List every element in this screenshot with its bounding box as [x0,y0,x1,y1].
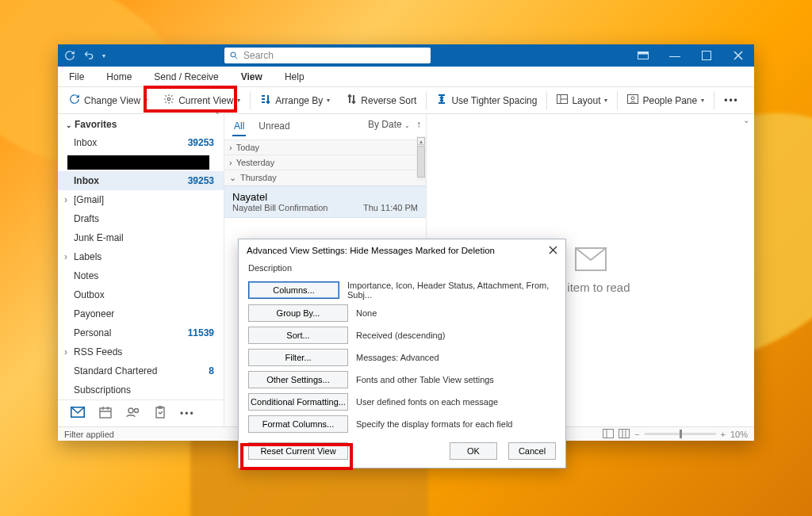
folder-inbox[interactable]: Inbox39253 [58,171,224,190]
dialog-close-button[interactable] [549,246,557,256]
zoom-slider[interactable] [645,433,716,435]
arrange-by-button[interactable]: Arrange By▾ [254,90,336,111]
menu-home[interactable]: Home [103,70,135,84]
svg-point-7 [167,97,170,101]
ribbon-display-icon[interactable] [627,44,659,67]
reverse-sort-button[interactable]: Reverse Sort [339,90,423,111]
svg-rect-5 [638,52,649,55]
menu-help[interactable]: Help [282,70,308,84]
scrollbar[interactable]: ▴ [416,136,426,181]
view-reading-icon[interactable] [619,429,630,440]
close-button[interactable] [722,44,754,67]
tasks-icon[interactable] [155,406,166,421]
svg-rect-6 [703,52,711,60]
menu-file[interactable]: File [66,70,87,84]
folder-subscriptions[interactable]: Subscriptions [58,380,224,399]
svg-point-10 [631,97,634,100]
menu-view[interactable]: View [238,70,266,84]
group-today[interactable]: Today [224,140,426,155]
tighter-spacing-button[interactable]: Use Tighter Spacing [430,90,543,111]
message-subject: Nayatel Bill Confirmation [232,203,327,212]
svg-point-3 [231,52,236,57]
search-placeholder: Search [243,50,274,61]
message-item[interactable]: Nayatel Nayatel Bill ConfirmationThu 11:… [224,185,426,218]
undo-icon[interactable] [83,50,94,61]
zoom-level: 10% [730,430,748,439]
message-from: Nayatel [232,191,418,203]
menu-send-receive[interactable]: Send / Receive [151,70,221,84]
tab-unread[interactable]: Unread [257,117,291,136]
folder-payoneer[interactable]: Payoneer [58,304,224,323]
group-yesterday[interactable]: Yesterday [224,155,426,170]
folder-inbox-fav[interactable]: Inbox39253 [58,133,224,152]
favorites-header[interactable]: Favorites [58,114,224,133]
folder-labels[interactable]: Labels [58,247,224,266]
current-view-button[interactable]: Current View▾ [157,90,247,111]
reset-current-view-button[interactable]: Reset Current View [248,442,348,460]
status-filter: Filter applied [64,430,114,439]
conditional-formatting-button[interactable]: Conditional Formatting... [248,393,348,411]
folder-drafts[interactable]: Drafts [58,209,224,228]
svg-rect-17 [603,429,614,438]
nav-switcher: ••• [58,399,224,426]
filter-button[interactable]: Filter... [248,349,348,366]
reverse-sort-icon [346,94,357,107]
title-bar: ▾ Search — [58,44,754,67]
svg-rect-15 [156,407,164,418]
dialog-rows: Columns...Importance, Icon, Header Statu… [239,281,565,438]
advanced-view-settings-dialog: Advanced View Settings: Hide Messages Ma… [238,239,566,468]
sync-icon[interactable] [64,50,75,61]
folder-gmail[interactable]: [Gmail] [58,190,224,209]
restore-button[interactable] [691,44,722,67]
minimize-button[interactable]: — [659,44,691,67]
gear-icon [163,94,174,107]
folder-personal[interactable]: Personal11539 [58,323,224,342]
mail-icon[interactable] [71,407,85,420]
people-icon[interactable] [126,407,140,420]
view-normal-icon[interactable] [603,429,614,440]
cancel-button[interactable]: Cancel [508,442,556,460]
group-by-button[interactable]: Group By... [248,304,348,322]
sort-direction-icon[interactable]: ↑ [416,119,421,130]
qat-customize-icon[interactable]: ▾ [102,52,105,59]
search-input[interactable]: Search [224,48,431,63]
nav-more-button[interactable]: ••• [180,408,195,419]
zoom-out-button[interactable]: − [634,430,639,439]
change-view-button[interactable]: Change View▾ [63,90,154,111]
collapse-sidebar-icon[interactable]: ‹ [216,106,219,117]
tab-all[interactable]: All [232,117,246,136]
menu-bar: File Home Send / Receive View Help [58,67,754,87]
svg-rect-18 [619,429,630,438]
zoom-in-button[interactable]: + [721,430,726,439]
layout-icon [557,94,568,106]
folder-outbox[interactable]: Outbox [58,285,224,304]
people-pane-button[interactable]: People Pane▾ [621,90,710,111]
folder-standard-chartered[interactable]: Standard Chartered8 [58,361,224,380]
layout-button[interactable]: Layout▾ [550,90,614,111]
format-columns-button[interactable]: Format Columns... [248,415,348,433]
calendar-icon[interactable] [99,406,112,421]
ok-button[interactable]: OK [450,442,497,460]
arrange-icon [260,94,271,107]
folder-notes[interactable]: Notes [58,266,224,285]
envelope-icon [575,247,607,271]
other-settings-button[interactable]: Other Settings... [248,371,348,388]
sort-by-date[interactable]: By Date ⌄ [368,119,410,130]
ribbon-overflow-button[interactable]: ••• [718,90,745,111]
ribbon: Change View▾ Current View▾ Arrange By▾ R… [58,87,754,114]
folder-rss[interactable]: RSS Feeds [58,342,224,361]
sort-button[interactable]: Sort... [248,327,348,344]
refresh-icon [69,94,80,107]
dialog-section-label: Description [239,262,565,276]
columns-button[interactable]: Columns... [248,281,339,299]
folder-sidebar: ‹ Favorites Inbox39253 Inbox39253 [Gmail… [58,114,224,426]
spacing-icon [436,94,447,107]
people-pane-icon [627,94,638,106]
svg-point-14 [135,409,139,413]
message-time: Thu 11:40 PM [363,203,418,212]
folder-junk[interactable]: Junk E-mail [58,228,224,247]
svg-rect-12 [100,408,111,418]
group-thursday[interactable]: Thursday [224,170,426,185]
dialog-title: Advanced View Settings: Hide Messages Ma… [247,246,495,255]
account-header-redacted[interactable] [67,155,209,170]
